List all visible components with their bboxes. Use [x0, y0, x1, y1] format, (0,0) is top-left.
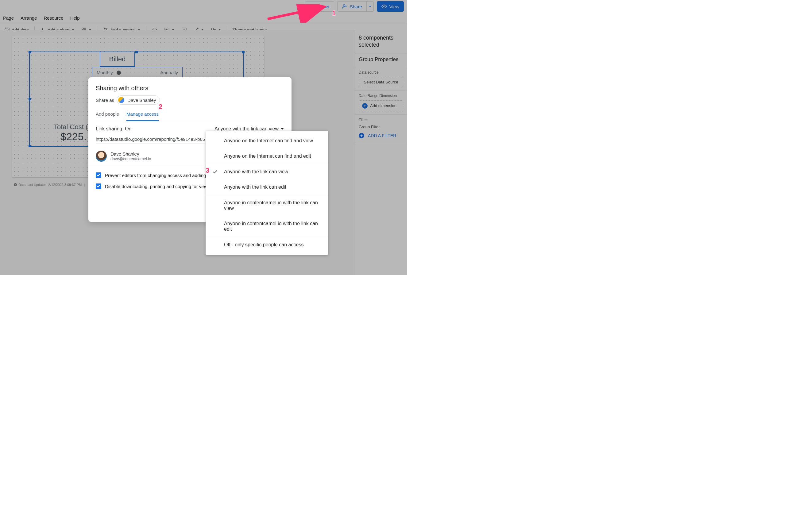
- add-filter-button[interactable]: + ADD A FILTER: [359, 132, 403, 140]
- user-chip-name: Dave Shanley: [127, 98, 156, 103]
- access-option[interactable]: Anyone in contentcamel.io with the link …: [205, 216, 328, 237]
- share-as-label: Share as: [96, 98, 114, 103]
- dialog-title: Sharing with others: [96, 85, 284, 92]
- tab-manage-access[interactable]: Manage access: [126, 109, 159, 121]
- avatar: [96, 151, 107, 162]
- svg-point-0: [343, 5, 345, 6]
- check-icon: [212, 169, 218, 175]
- dialog-tabs: Add people Manage access: [96, 109, 284, 121]
- share-label: Share: [350, 4, 362, 9]
- cost-value: $225.: [60, 131, 86, 143]
- access-option[interactable]: Anyone with the link can view: [205, 164, 328, 179]
- owner-name: Dave Shanley: [111, 151, 151, 156]
- plus-circle-icon: +: [359, 133, 364, 138]
- resize-handle[interactable]: [242, 51, 244, 53]
- group-filter-label: Group Filter: [359, 124, 403, 129]
- slider-knob[interactable]: [117, 71, 121, 75]
- tab-add-people[interactable]: Add people: [96, 109, 119, 121]
- data-refresh-timestamp: Data Last Updated: 8/12/2022 3:09:37 PM …: [14, 183, 85, 186]
- person-add-icon: [342, 4, 347, 9]
- resize-handle[interactable]: [28, 145, 31, 147]
- eye-icon: [381, 4, 387, 9]
- add-dimension-button[interactable]: + Add dimension: [359, 100, 403, 111]
- checkbox-checked-icon: [96, 173, 101, 178]
- user-chip[interactable]: Dave Shanley: [117, 95, 160, 105]
- svg-point-13: [197, 27, 198, 28]
- group-properties-title: Group Properties: [359, 56, 403, 63]
- resize-handle[interactable]: [135, 51, 138, 53]
- share-button[interactable]: Share: [337, 1, 367, 12]
- menu-page[interactable]: Page: [3, 15, 14, 21]
- annually-label: Annually: [156, 70, 182, 75]
- undo-icon: [310, 4, 315, 9]
- menu-resource[interactable]: Resource: [44, 15, 63, 21]
- access-option[interactable]: Off - only specific people can access: [205, 237, 328, 253]
- reset-button[interactable]: Reset: [305, 1, 334, 12]
- svg-point-1: [383, 6, 385, 7]
- avatar: [118, 96, 125, 104]
- share-button-group: Share: [337, 1, 374, 12]
- svg-point-6: [104, 28, 105, 29]
- menu-arrange[interactable]: Arrange: [21, 15, 37, 21]
- link-access-menu: Anyone on the Internet can find and view…: [205, 131, 328, 255]
- view-button[interactable]: View: [377, 1, 404, 12]
- share-caret-button[interactable]: [367, 1, 374, 12]
- link-sharing-label: Link sharing: On: [96, 126, 132, 132]
- svg-rect-4: [84, 28, 85, 29]
- owner-email: dave@contentcamel.io: [111, 156, 151, 161]
- filter-label: Filter: [359, 118, 403, 122]
- share-as-row: Share as Dave Shanley: [96, 95, 284, 105]
- caret-down-icon: [369, 5, 372, 8]
- checkbox-checked-icon: [96, 183, 101, 189]
- plus-circle-icon: +: [362, 103, 368, 109]
- access-option[interactable]: Anyone in contentcamel.io with the link …: [205, 195, 328, 216]
- annotation-2: 2: [159, 103, 162, 111]
- access-option[interactable]: Anyone with the link can edit: [205, 179, 328, 195]
- resize-handle[interactable]: [28, 51, 31, 53]
- bolt-icon: [14, 183, 17, 186]
- billing-toggle[interactable]: Monthly Annually: [92, 67, 182, 78]
- view-label: View: [389, 4, 399, 9]
- annotation-1: 1: [332, 9, 336, 17]
- billed-box[interactable]: Billed: [100, 52, 135, 67]
- properties-panel: 8 components selected Group Properties D…: [355, 30, 407, 275]
- data-source-label: Data source: [359, 70, 403, 75]
- reset-label: Reset: [318, 4, 330, 9]
- menu-help[interactable]: Help: [70, 15, 80, 21]
- svg-point-10: [166, 29, 166, 30]
- header-actions: Reset Share View: [305, 1, 404, 12]
- caret-down-icon: [280, 127, 284, 131]
- resize-handle[interactable]: [28, 98, 31, 100]
- svg-rect-3: [82, 28, 83, 29]
- monthly-label: Monthly: [92, 70, 117, 75]
- cost-label: Total Cost (M: [54, 123, 94, 131]
- access-option[interactable]: Anyone on the Internet can find and view: [205, 133, 328, 149]
- menu-bar: Page Arrange Resource Help: [0, 12, 407, 24]
- select-data-source-button[interactable]: Select Data Source: [359, 77, 403, 87]
- selection-count: 8 components selected: [355, 30, 407, 53]
- access-option[interactable]: Anyone on the Internet can find and edit: [205, 149, 328, 164]
- annotation-3: 3: [205, 166, 209, 175]
- date-range-label: Date Range Dimension: [359, 94, 403, 98]
